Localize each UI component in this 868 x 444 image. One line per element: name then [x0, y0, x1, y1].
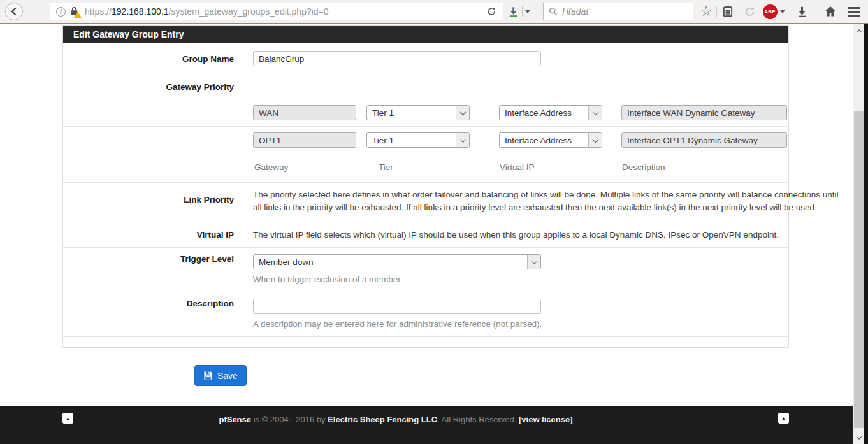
description-input[interactable]: [253, 299, 541, 314]
tier-select[interactable]: Tier 1: [366, 132, 470, 148]
url-host: 192.168.100.1: [112, 6, 169, 17]
adblock-icon[interactable]: ABP: [762, 4, 778, 19]
bookmarks-list-icon[interactable]: [720, 4, 735, 19]
view-license-link[interactable]: [view license]: [519, 415, 573, 424]
scrollbar-thumb[interactable]: [854, 111, 864, 428]
chevron-down-icon: [527, 255, 540, 269]
gateway-description-input: [621, 132, 787, 148]
chevron-down-icon: [588, 133, 602, 147]
scrollbar-up-icon[interactable]: [853, 25, 864, 36]
browser-toolbar: i https://192.168.100.1/system_gateway_g…: [0, 0, 868, 24]
gateway-row-opt1: Tier 1 Interface Address: [63, 127, 788, 154]
scroll-top-icon[interactable]: ▲: [778, 413, 789, 424]
reload-button[interactable]: [479, 3, 503, 20]
search-input[interactable]: [562, 6, 693, 17]
back-button[interactable]: [5, 3, 23, 20]
adblock-caret-icon[interactable]: [779, 4, 786, 19]
download-progress-button[interactable]: [507, 3, 530, 20]
sync-icon[interactable]: [742, 4, 757, 19]
screen-edge-strip: [864, 24, 868, 444]
panel-title: Edit Gateway Group Entry: [63, 26, 788, 43]
description-label: Description: [63, 299, 234, 329]
chevron-down-icon: [456, 133, 469, 147]
url-text: https://192.168.100.1/system_gateway_gro…: [85, 6, 479, 17]
search-bar[interactable]: [543, 3, 693, 20]
download-caret-icon[interactable]: [525, 10, 530, 13]
lock-warning-icon[interactable]: [70, 6, 80, 17]
screen: i https://192.168.100.1/system_gateway_g…: [0, 0, 868, 444]
virtual-ip-select[interactable]: Interface Address: [499, 105, 602, 120]
chevron-down-icon: [588, 106, 602, 120]
url-bar[interactable]: i https://192.168.100.1/system_gateway_g…: [50, 3, 503, 20]
gateway-description-input: [621, 105, 787, 120]
gateway-priority-label: Gateway Priority: [63, 82, 234, 92]
url-scheme: https://: [85, 6, 112, 17]
menu-icon[interactable]: [846, 4, 862, 19]
page-content: Edit Gateway Group Entry Group Name Gate…: [0, 24, 868, 406]
group-name-input[interactable]: [253, 51, 541, 66]
downloads-icon[interactable]: [794, 4, 809, 19]
virtual-ip-text: The virtual IP field selects which (virt…: [253, 229, 849, 241]
description-row: Description A description may be entered…: [63, 292, 788, 337]
bookmark-star-icon[interactable]: ☆: [698, 4, 714, 19]
edit-gateway-group-panel: Edit Gateway Group Entry Group Name Gate…: [62, 25, 789, 348]
page-info-icon[interactable]: i: [56, 7, 66, 17]
caption-description: Description: [622, 162, 665, 172]
home-icon[interactable]: [823, 4, 838, 19]
description-help: A description may be entered here for ad…: [253, 319, 788, 329]
download-icon: [507, 6, 519, 18]
caption-tier: Tier: [379, 162, 393, 172]
gateway-name-input: [253, 132, 356, 148]
link-priority-label: Link Priority: [63, 189, 234, 214]
trigger-level-label: Trigger Level: [63, 254, 234, 284]
scrollbar-down-icon[interactable]: [853, 432, 864, 443]
group-name-label: Group Name: [63, 54, 234, 64]
tier-select[interactable]: Tier 1: [366, 105, 470, 120]
trigger-level-row: Trigger Level Member down When to trigge…: [63, 248, 788, 292]
reload-icon: [486, 6, 496, 17]
footer: ▲ pfSense is © 2004 - 2016 by Electric S…: [0, 406, 868, 444]
save-button[interactable]: Save: [194, 365, 247, 386]
gateway-priority-row: Gateway Priority: [63, 75, 788, 99]
search-icon: [549, 7, 558, 16]
link-priority-row: Link Priority The priority selected here…: [63, 183, 788, 222]
url-path: /system_gateway_groups_edit.php?id=0: [169, 6, 329, 17]
column-captions-row: Gateway Tier Virtual IP Description: [63, 154, 788, 183]
trigger-level-help: When to trigger exclusion of a member: [253, 275, 788, 284]
trigger-level-select[interactable]: Member down: [253, 254, 541, 269]
footer-company-link[interactable]: Electric Sheep Fencing LLC: [328, 415, 437, 424]
footer-copyright: pfSense is © 2004 - 2016 by Electric She…: [0, 415, 792, 424]
back-arrow-icon: [9, 6, 19, 17]
gateway-name-input: [253, 105, 356, 120]
group-name-row: Group Name: [63, 43, 788, 75]
vertical-scrollbar[interactable]: [853, 24, 864, 444]
caption-gateway: Gateway: [254, 162, 288, 172]
save-icon: [203, 371, 213, 380]
caption-virtual-ip: Virtual IP: [500, 162, 535, 172]
chevron-down-icon: [456, 106, 469, 120]
virtual-ip-select[interactable]: Interface Address: [499, 132, 602, 148]
virtual-ip-row: Virtual IP The virtual IP field selects …: [63, 222, 788, 248]
gateway-row-wan: Tier 1 Interface Address: [63, 99, 788, 127]
save-button-label: Save: [217, 371, 238, 381]
footer-brand: pfSense: [219, 415, 251, 424]
virtual-ip-label: Virtual IP: [63, 230, 234, 240]
link-priority-text: The priority selected here defines in wh…: [253, 189, 849, 214]
